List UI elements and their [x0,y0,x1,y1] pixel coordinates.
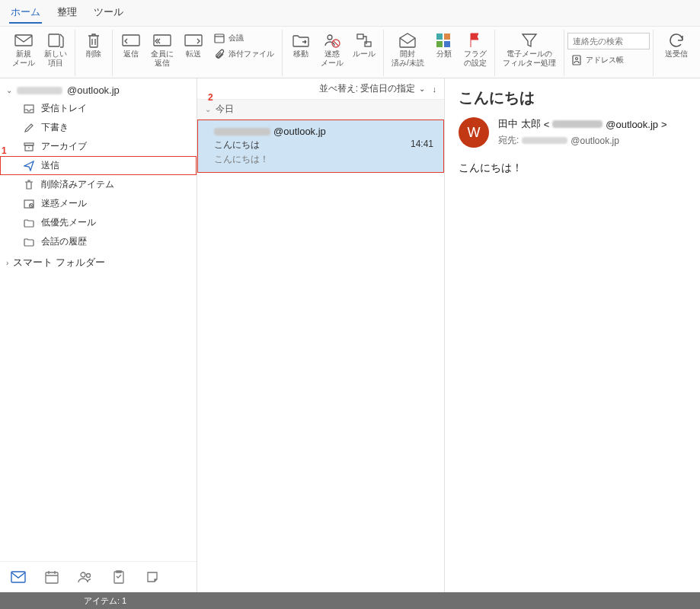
chevron-down-icon: ⌄ [205,105,211,113]
account-header[interactable]: ⌄ @outlook.jp [0,81,197,99]
message-subject: こんにちは [214,139,260,151]
folder-clutter[interactable]: 低優先メール [0,213,197,232]
junk-button[interactable]: 迷惑 メール [316,30,348,69]
meeting-button[interactable]: 会議 [210,30,277,46]
folder-drafts[interactable]: 下書き [0,118,197,137]
recipient-line: 宛先: @outlook.jp [498,134,667,147]
address-book-icon [571,54,583,66]
new-mail-button[interactable]: 新規 メール [8,30,40,69]
smart-folders-header[interactable]: › スマート フォルダー [0,251,197,274]
chevron-down-icon: ⌄ [6,86,12,94]
nav-switcher [0,561,197,592]
folder-sent[interactable]: 送信 [0,156,197,175]
categories-icon [435,31,453,49]
forward-button[interactable]: 転送 [178,30,209,60]
svg-point-6 [328,35,332,40]
filter-button[interactable]: 電子メールの フィルター処理 [498,30,561,69]
tab-tools[interactable]: ツール [92,4,125,24]
reply-all-icon [153,31,171,49]
folder-conversation-history[interactable]: 会話の履歴 [0,232,197,251]
group-header-today[interactable]: ⌄ 今日 2 [197,100,444,120]
nav-tasks-icon[interactable] [111,569,126,585]
svg-rect-8 [357,34,363,39]
folder-move-icon [292,31,310,49]
send-receive-button[interactable]: 送受信 [660,30,692,60]
folder-sidebar: ⌄ @outlook.jp 受信トレイ 下書き アーカイブ 送信 [0,78,197,592]
message-time: 14:41 [411,139,433,151]
nav-mail-icon[interactable] [11,569,26,585]
svg-rect-13 [444,41,450,47]
tab-organize[interactable]: 整理 [56,4,78,24]
svg-rect-11 [444,33,450,40]
redacted-text [522,137,567,144]
folder-icon [23,236,35,248]
sort-label: 並べ替え: 受信日の指定 [319,82,416,95]
folder-archive[interactable]: アーカイブ [0,137,197,156]
ribbon: 新規 メール 新しい 項目 削除 返信 全員に 返信 転送 会議 [0,27,700,78]
trash-icon [85,31,103,49]
flag-icon [466,31,484,49]
move-button[interactable]: 移動 [286,30,316,60]
tab-home[interactable]: ホーム [9,4,42,24]
svg-point-15 [575,58,577,60]
nav-notes-icon[interactable] [145,569,160,585]
menu-bar: ホーム 整理 ツール [0,0,700,27]
nav-calendar-icon[interactable] [44,569,59,585]
reading-pane: こんにちは W 田中 太郎 <@outlook.jp> 宛先: @outlook… [445,78,700,592]
junk-icon [23,198,35,210]
svg-rect-12 [436,41,443,47]
folder-junk[interactable]: 迷惑メール [0,194,197,213]
sort-bar[interactable]: 並べ替え: 受信日の指定 ⌄ ↓ [197,78,444,100]
envelope-icon [14,31,33,49]
redacted-text [17,87,62,94]
new-item-icon [46,31,65,49]
trash-small-icon [23,179,35,191]
contact-search-input[interactable] [567,33,650,49]
status-item-count: アイテム: 1 [84,595,126,607]
mark-read-button[interactable]: 開封 済み/未読 [387,30,429,69]
message-preview: こんにちは！ [214,153,433,166]
calendar-icon [213,32,225,44]
chevron-down-icon: ⌄ [419,84,425,93]
address-book-button[interactable]: アドレス帳 [567,53,627,68]
envelope-open-icon [398,31,417,49]
svg-rect-22 [46,572,58,583]
categorize-button[interactable]: 分類 [429,30,459,60]
redacted-text [214,128,270,136]
annotation-1: 1 [2,145,7,156]
svg-rect-1 [49,34,59,46]
message-from: @outlook.jp [214,126,433,137]
pencil-icon [23,122,35,134]
archive-icon [23,141,35,153]
main-content: 1 ⌄ @outlook.jp 受信トレイ 下書き アーカイブ [0,78,700,592]
reply-icon [122,31,140,49]
rules-button[interactable]: ルール [348,30,380,60]
reading-body: こんにちは！ [459,161,686,175]
sync-icon [667,31,686,49]
folder-deleted[interactable]: 削除済みアイテム [0,175,197,194]
svg-rect-5 [215,34,224,43]
nav-people-icon[interactable] [78,569,93,585]
reply-button[interactable]: 返信 [116,30,146,60]
arrow-down-icon[interactable]: ↓ [433,84,437,94]
folder-icon [23,217,35,229]
block-icon [323,31,341,49]
message-list-pane: 並べ替え: 受信日の指定 ⌄ ↓ ⌄ 今日 2 @outlook.jp こんにち… [197,78,445,592]
chevron-right-icon: › [6,259,8,267]
annotation-2: 2 [208,92,213,103]
new-item-button[interactable]: 新しい 項目 [40,30,72,69]
status-bar: アイテム: 1 [0,592,700,609]
svg-point-24 [87,574,91,578]
svg-rect-10 [436,33,443,40]
svg-point-23 [81,572,85,577]
flag-button[interactable]: フラグ の設定 [459,30,491,69]
reply-all-button[interactable]: 全員に 返信 [146,30,178,69]
inbox-icon [23,103,35,115]
message-item[interactable]: @outlook.jp こんにちは 14:41 こんにちは！ [197,120,444,173]
svg-rect-0 [15,35,32,46]
account-suffix: @outlook.jp [67,84,120,96]
folder-inbox[interactable]: 受信トレイ [0,99,197,118]
delete-button[interactable]: 削除 [78,30,109,60]
redacted-text [552,120,603,128]
attach-button[interactable]: 添付ファイル [210,46,277,62]
